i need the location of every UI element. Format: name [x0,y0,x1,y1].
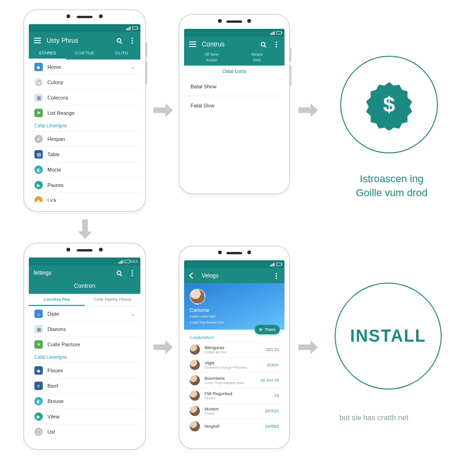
list-item[interactable]: ⌂Diple⌄ [29,306,140,321]
list-item[interactable]: ◆Home⌄ [29,60,140,74]
item-label: Floues [47,368,63,373]
list-item[interactable]: ⚑List Reange [29,105,140,120]
list-item[interactable]: ⚘Coille Parrtore [29,337,140,352]
phone-earpiece [226,252,242,254]
chevron-down-icon: ⌄ [131,311,135,317]
secondary-tab[interactable]: Coite Patriny Hnood [85,294,140,306]
phone-camera-dot [99,248,103,251]
list-item[interactable]: BourntensColey Thop inagany epter16 104 … [184,372,284,388]
sub-tab[interactable]: NearsDrer [234,52,280,63]
item-label: Usl [47,429,55,435]
search-icon[interactable] [115,269,123,277]
dollar-seal-badge: $ [340,56,438,153]
profile-header: Cartome Eation veliot tant Cnutt Suy Ava… [184,283,284,330]
barrl-icon: ≡ [34,382,43,390]
usl-icon: ◯ [34,428,43,436]
section-header: Cafal Limerigne [29,120,140,131]
row-sub: Ooeet [205,411,260,416]
search-icon[interactable] [259,40,267,48]
hamburger-icon[interactable] [33,37,41,44]
colony-icon: ◯ [34,78,43,86]
chevron-down-icon: ⌄ [131,64,135,70]
phone-camera-dot [99,14,103,18]
item-label: Vilew [47,414,60,419]
accent-row[interactable]: Oatal Lonts [184,66,284,77]
flow-arrow-right-icon [153,103,173,117]
status-bar [184,260,284,268]
item-label: Mocle [47,167,61,172]
phone-camera-dot [247,251,251,254]
lick-icon: ● [34,196,43,202]
list-item[interactable]: Ftill RegortredMortert24 [184,388,284,403]
list-item[interactable]: Fatal Slow [184,96,284,115]
list-item[interactable]: ≡Barrl [29,378,140,393]
app-title: Usty Phrus [46,37,110,44]
status-bar [29,24,140,32]
tab-stares[interactable]: STARES [29,48,66,60]
phone-earpiece [77,249,93,251]
status-bar [184,29,284,37]
list-item[interactable]: VigittSoctverd Urcdogr Priocares3140A [184,357,284,372]
phone-earpiece [77,16,93,18]
list-item[interactable]: ▦Colecora [29,90,140,105]
diseons-icon: ▦ [34,325,43,333]
list-item[interactable]: MortertOoeet187024 [184,403,284,418]
list-item[interactable]: Nivgturl160583 [184,418,284,434]
diple-icon: ⌂ [34,310,43,318]
item-label: Coille Parrtore [47,342,80,347]
battery-icon [132,26,138,30]
overflow-menu-icon[interactable] [272,40,280,48]
item-label: Colony [47,79,63,85]
secondary-tab[interactable]: Corontna Rea [29,294,85,306]
profile-sub: Cnutt Suy Avannt Eed [190,320,279,325]
list-item[interactable]: ◐Brouse [29,393,140,409]
phone-camera-dot [218,251,222,254]
action-chip[interactable]: ⊕There [255,325,280,334]
list-item[interactable]: ◯Usl [29,424,140,439]
signal-icon [270,263,275,266]
phone-volume-button [289,65,291,86]
item-label: Batal Show [191,84,217,89]
list-item[interactable]: BlimgorasDofturi lat Doo221 31 [184,342,284,357]
list-item[interactable]: ◐Mocle [29,162,140,177]
list-item[interactable]: Batal Show [184,77,284,96]
overflow-menu-icon[interactable] [128,269,136,277]
row-title: Bourntens [205,376,256,381]
phone-volume-button [145,61,147,84]
avatar[interactable] [190,289,205,304]
tab-coiftue[interactable]: COIFTUE [66,48,103,60]
app-bar: Contrus All NewInoian NearsDrer [184,37,284,66]
sub-tab[interactable]: All NewInoian [189,52,234,63]
search-icon[interactable] [115,37,123,44]
content-list: Batal Show Fatal Slow [184,77,284,115]
list-item[interactable]: ▶Paures [29,177,140,192]
tab-bar: STARES COIFTUE OLITO [29,48,140,60]
row-value: 160583 [265,424,279,429]
overflow-menu-icon[interactable] [128,37,136,44]
list-item[interactable]: ◯Colony [29,74,140,90]
phone-camera-dot [66,14,70,18]
sub-tabs: All NewInoian NearsDrer [189,52,280,66]
profile-list: BlimgorasDofturi lat Doo221 31 VigittSoc… [184,342,284,434]
avatar [190,406,200,416]
floues-icon: ◆ [34,366,43,375]
list-item[interactable]: ◆Floues [29,363,140,378]
list-item[interactable]: ●Lick [29,192,140,202]
list-item[interactable]: ▤Table [29,146,140,162]
item-label: Brouse [47,398,64,404]
back-icon[interactable] [189,272,196,279]
item-label: Barrl [47,383,58,389]
phone-camera-dot [66,248,70,251]
overflow-menu-icon[interactable] [272,272,280,279]
hamburger-icon[interactable] [189,40,196,48]
row-value: 16 104 48 [260,378,279,383]
list-item[interactable]: ✦Hespan [29,131,140,146]
coille-icon: ⚘ [34,340,43,349]
flow-arrow-down-icon [78,219,92,239]
tab-olito[interactable]: OLITO [103,48,140,60]
list-item[interactable]: ▶Vilew [29,409,140,424]
install-badge[interactable]: INSTALL [335,283,442,390]
phone-camera-dot [247,19,251,23]
app-bar: Usty Phrus [29,32,140,48]
list-item[interactable]: ▦Diseons [29,321,140,337]
